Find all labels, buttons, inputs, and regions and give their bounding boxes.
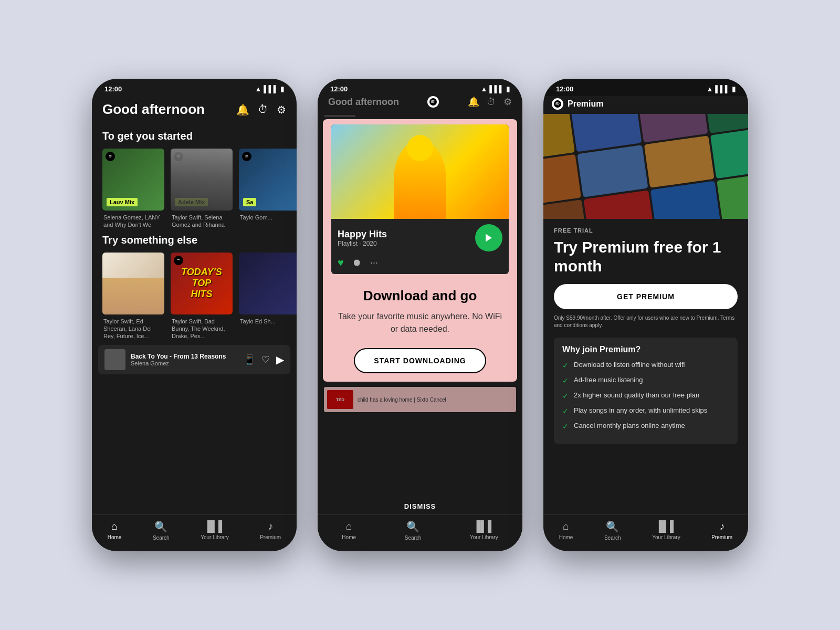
list-item[interactable]: Sa Taylo Gom... — [239, 149, 297, 229]
benefit-text-1: Download to listen offline without wifi — [574, 361, 685, 370]
benefit-item-3: ✓ 2x higher sound quality than our free … — [562, 391, 729, 400]
benefit-item-1: ✓ Download to listen offline without wif… — [562, 361, 729, 370]
nav-premium-right[interactable]: ♪ Premium — [711, 520, 732, 541]
center-phone: 12:00 ▲ ▌▌▌ ▮ Good afternoon 🔔 ⏱ ⚙ — [318, 79, 522, 551]
left-phone: 12:00 ▲ ▌▌▌ ▮ Good afternoon 🔔 ⏱ ⚙ To ge… — [92, 79, 297, 551]
nav-search-center[interactable]: 🔍 Search — [405, 520, 422, 541]
right-header-left: Premium — [552, 98, 603, 110]
download-title: Download and go — [337, 288, 503, 304]
benefit-item-4: ✓ Play songs in any order, with unlimite… — [562, 406, 729, 415]
ted-thumbnail: TED — [327, 390, 353, 409]
nav-library-center[interactable]: ▐▌▌ Your Library — [470, 520, 498, 541]
premium-page-label: Premium — [568, 99, 603, 109]
ted-title: child has a loving home | Sixto Cancel — [358, 397, 446, 403]
nav-search-right[interactable]: 🔍 Search — [604, 520, 621, 541]
premium-icon: ♪ — [268, 520, 273, 532]
now-playing-title: Back To You - From 13 Reasons — [131, 353, 238, 360]
mini-player-art — [104, 349, 125, 370]
record-icon[interactable]: ⏺ — [352, 257, 362, 268]
nav-home-center[interactable]: ⌂ Home — [342, 520, 356, 541]
benefit-text-2: Ad-free music listening — [574, 376, 643, 385]
search-icon-center: 🔍 — [406, 520, 419, 533]
card-label-3: Sa — [243, 198, 256, 206]
spotify-logo-center — [427, 96, 439, 108]
like-icon[interactable]: ♥ — [338, 257, 344, 269]
notification-icon-center[interactable]: 🔔 — [468, 96, 479, 108]
card-subtitle-3: Taylo Gom... — [239, 214, 297, 221]
mini-player[interactable]: Back To You - From 13 Reasons Selena Gom… — [98, 345, 290, 374]
premium-content: FREE TRIAL Try Premium free for 1 month … — [543, 219, 748, 453]
card-subtitle-adele: Taylor Swift, Selena Gomez and Rihanna — [171, 214, 233, 229]
premium-disclaimer: Only S$9.90/month after. Offer only for … — [554, 314, 738, 329]
status-bar-center: 12:00 ▲ ▌▌▌ ▮ — [318, 79, 522, 96]
library-icon-right: ▐▌▌ — [655, 520, 678, 532]
premium-title: Try Premium free for 1 month — [554, 238, 738, 276]
battery-icon: ▮ — [506, 85, 510, 93]
greeting-left: Good afternoon — [102, 101, 205, 118]
get-premium-button[interactable]: GET PREMIUM — [554, 284, 738, 309]
nav-search[interactable]: 🔍 Search — [153, 520, 170, 541]
play-pause-icon[interactable]: ▶ — [276, 353, 284, 366]
mosaic-item-8 — [710, 126, 748, 178]
check-icon-3: ✓ — [562, 392, 569, 400]
mosaic-item-11 — [650, 181, 720, 219]
history-icon-center[interactable]: ⏱ — [487, 97, 496, 108]
download-subtitle: Take your favorite music anywhere. No Wi… — [337, 310, 503, 335]
playlist-card-modal: Happy Hits Playlist · 2020 ♥ ⏺ ··· — [331, 124, 509, 274]
heart-icon[interactable]: ♡ — [261, 354, 270, 365]
settings-icon-center[interactable]: ⚙ — [503, 96, 512, 108]
nav-home-right[interactable]: ⌂ Home — [559, 520, 573, 541]
history-icon[interactable]: ⏱ — [258, 103, 268, 116]
mosaic-item-4 — [704, 114, 748, 133]
list-item[interactable]: Adele Mix Taylor Swift, Selena Gomez and… — [171, 149, 233, 229]
home-icon: ⌂ — [111, 520, 118, 532]
signal-icon: ▌▌▌ — [264, 85, 278, 93]
mini-player-controls: 📱 ♡ ▶ — [244, 353, 284, 366]
list-item[interactable]: Lauv Mix Selena Gomez, LANY and Why Don'… — [102, 149, 164, 229]
spotify-badge — [174, 256, 183, 265]
bell-icon[interactable]: 🔔 — [236, 103, 249, 116]
play-button-modal[interactable] — [475, 224, 502, 251]
center-header: Good afternoon 🔔 ⏱ ⚙ — [318, 96, 522, 112]
benefit-item-2: ✓ Ad-free music listening — [562, 376, 729, 385]
list-item[interactable]: TODAY'S TOP HITS Taylor Swift, Bad Bunny… — [171, 253, 233, 340]
library-label: Your Library — [201, 534, 229, 540]
benefit-item-5: ✓ Cancel monthly plans online anytime — [562, 422, 729, 430]
now-playing-artist: Selena Gomez — [131, 360, 238, 366]
home-label-right: Home — [559, 534, 573, 540]
mini-player-info: Back To You - From 13 Reasons Selena Gom… — [131, 353, 238, 366]
list-item[interactable]: THIS IS Taylor Swift Taylor Swift, Ed Sh… — [102, 253, 164, 340]
search-icon-right: 🔍 — [606, 520, 619, 533]
settings-icon[interactable]: ⚙ — [277, 103, 286, 116]
library-icon-center: ▐▌▌ — [473, 520, 496, 532]
library-label-right: Your Library — [652, 534, 680, 540]
library-icon: ▐▌▌ — [204, 520, 226, 532]
signal-icons-center: ▲ ▌▌▌ ▮ — [480, 85, 510, 93]
why-premium-title: Why join Premium? — [562, 345, 729, 354]
list-item[interactable]: Taylo Ed Sh... — [239, 253, 297, 340]
home-label: Home — [108, 534, 122, 540]
card-subtitle-lauv: Selena Gomez, LANY and Why Don't We — [102, 214, 164, 229]
card-subtitle-taylor: Taylor Swift, Ed Sheeran, Lana Del Rey, … — [102, 318, 164, 340]
spotify-logo-right — [552, 98, 563, 110]
mosaic-item-9 — [543, 200, 588, 219]
playlist-meta: Playlist · 2020 — [338, 240, 387, 247]
why-premium-box: Why join Premium? ✓ Download to listen o… — [554, 338, 738, 444]
search-label-center: Search — [405, 535, 422, 541]
bottom-nav-left: ⌂ Home 🔍 Search ▐▌▌ Your Library ♪ Premi… — [92, 514, 297, 551]
bottom-nav-right: ⌂ Home 🔍 Search ▐▌▌ Your Library ♪ Premi… — [543, 514, 748, 551]
nav-home[interactable]: ⌂ Home — [108, 520, 122, 541]
mosaic-item-7 — [644, 135, 714, 188]
start-downloading-button[interactable]: START DOWNLOADING — [354, 348, 486, 373]
nav-library[interactable]: ▐▌▌ Your Library — [201, 520, 229, 541]
wifi-icon: ▲ — [480, 85, 487, 93]
search-icon: 🔍 — [154, 520, 167, 533]
signal-icons-right: ▲ ▌▌▌ ▮ — [706, 85, 736, 93]
nav-premium[interactable]: ♪ Premium — [260, 520, 281, 541]
mosaic-item-5 — [543, 154, 581, 206]
nav-library-right[interactable]: ▐▌▌ Your Library — [652, 520, 680, 541]
card-subtitle-hits: Taylor Swift, Bad Bunny, The Weeknd, Dra… — [171, 318, 233, 340]
connect-devices-icon[interactable]: 📱 — [244, 354, 255, 365]
more-icon[interactable]: ··· — [370, 257, 378, 268]
cards-row-1: Lauv Mix Selena Gomez, LANY and Why Don'… — [92, 149, 297, 229]
